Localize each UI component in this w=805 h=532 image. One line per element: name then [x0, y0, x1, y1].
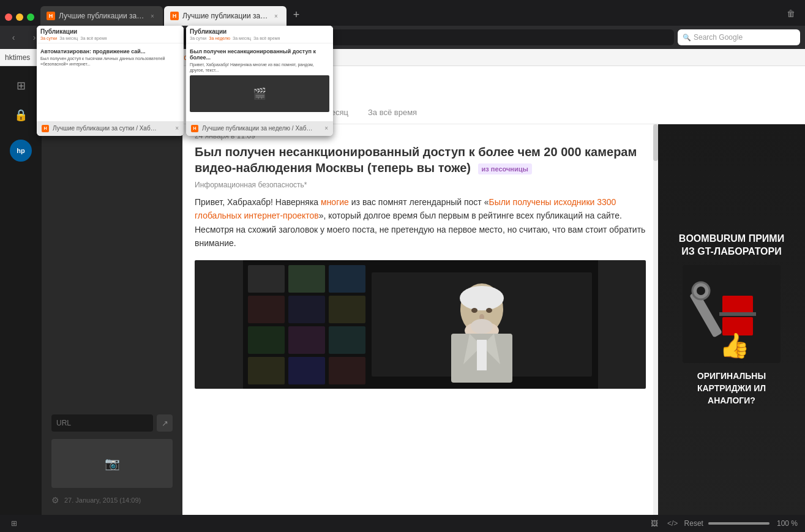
left-sidebar: ⊞ 🔒 hp — [0, 66, 42, 515]
ad-top-text: BOOMBURUM ПРИМИИЗ GT-ЛАБОРАТОРИ — [679, 233, 784, 258]
notes-url-open-btn[interactable]: ↗ — [157, 414, 173, 432]
thumbnail-2[interactable]: Публикации За сутки За неделю За месяц З… — [186, 26, 333, 136]
bottom-code-btn[interactable]: </> — [666, 517, 680, 530]
svg-point-21 — [471, 308, 477, 313]
tab-2[interactable]: H Лучшие публикации за ме × — [164, 6, 286, 26]
camera-icon: 📷 — [105, 456, 120, 471]
window-controls — [5, 13, 34, 26]
svg-rect-9 — [329, 326, 365, 354]
scrollbar-track[interactable] — [653, 124, 658, 515]
article-image-svg — [243, 260, 598, 389]
svg-rect-6 — [329, 296, 365, 323]
svg-text:👍: 👍 — [719, 331, 750, 360]
article-image — [195, 260, 646, 389]
zoom-level: 100 % — [777, 519, 798, 528]
bottom-bar: ⊞ 🖼 </> Reset 100 % — [0, 515, 805, 532]
search-text: Search Google — [694, 33, 743, 42]
svg-rect-1 — [248, 265, 285, 293]
svg-rect-5 — [288, 296, 325, 323]
tab-right-controls: 🗑 — [782, 6, 800, 26]
zoom-slider[interactable] — [708, 522, 769, 525]
tab-1-title: Лучшие публикации за не — [59, 12, 144, 20]
trash-button[interactable]: 🗑 — [782, 6, 800, 21]
thumbnail-2-favicon: H — [191, 125, 198, 132]
bottom-image-btn[interactable]: 🖼 — [648, 517, 661, 530]
article-body: Привет, Хабрахабр! Наверняка многие из в… — [195, 195, 646, 250]
thumbnail-2-footer: H Лучшие публикации за неделю / Хаб… × — [186, 121, 333, 136]
ad-bottom-text: ОРИГИНАЛЬНЫКАРТРИДЖИ ИЛАНАЛОГИ? — [697, 370, 766, 406]
tab-1-favicon: H — [47, 12, 55, 20]
sidebar-hp-btn[interactable]: hp — [7, 137, 34, 164]
search-bar[interactable]: 🔍 Search Google — [678, 29, 800, 45]
svg-rect-3 — [329, 265, 365, 293]
browser-window: H Лучшие публикации за не × H Лучшие пуб… — [0, 0, 805, 532]
new-tab-button[interactable]: + — [288, 6, 305, 23]
svg-rect-20 — [477, 340, 487, 370]
svg-rect-8 — [288, 326, 325, 354]
habr-tab-all[interactable]: За всё время — [358, 103, 427, 124]
thumbnail-2-content: Публикации За сутки За неделю За месяц З… — [186, 26, 333, 121]
scrollbar-thumb[interactable] — [653, 124, 658, 161]
tab-bar: H Лучшие публикации за не × H Лучшие пуб… — [0, 0, 805, 26]
thumbnail-1-close[interactable]: × — [175, 125, 179, 132]
thumbnail-1-footer: H Лучшие публикации за сутки / Хаб… × — [37, 121, 184, 136]
zoom-slider-fill — [708, 522, 769, 525]
thumbnail-1-label: Лучшие публикации за сутки / Хаб… — [53, 125, 157, 132]
svg-rect-10 — [248, 357, 285, 384]
thumbnail-1[interactable]: Публикации За сутки За месяц За всё врем… — [37, 26, 184, 136]
close-button[interactable] — [5, 13, 12, 21]
thumbnail-2-close[interactable]: × — [324, 125, 328, 132]
sidebar-lock-btn[interactable]: 🔒 — [7, 102, 34, 129]
sidebar-bookmarks-btn[interactable]: ⊞ — [7, 72, 34, 99]
svg-point-15 — [460, 286, 504, 310]
tab-1-close[interactable]: × — [148, 12, 157, 20]
article-title: Был получен несанкционированный доступ к… — [195, 144, 646, 176]
tab-2-favicon: H — [170, 12, 179, 20]
reset-button[interactable]: Reset — [684, 519, 703, 528]
notes-settings-btn[interactable]: ⚙ — [51, 495, 59, 505]
svg-rect-4 — [248, 296, 285, 323]
sandbox-badge: из песочницы — [478, 163, 532, 174]
article-link-1[interactable]: многие — [321, 197, 349, 207]
svg-rect-29 — [722, 296, 753, 314]
svg-rect-11 — [288, 357, 325, 384]
svg-point-28 — [697, 287, 705, 295]
minimize-button[interactable] — [16, 13, 23, 21]
bottom-left-buttons: ⊞ — [7, 517, 21, 530]
notes-date: 27. January, 2015 (14:09) — [64, 496, 141, 504]
notes-image-placeholder: 📷 — [51, 439, 173, 488]
maximize-button[interactable] — [27, 13, 34, 21]
article-category: Информационная безопасность* — [195, 181, 646, 189]
search-icon: 🔍 — [683, 34, 691, 42]
svg-rect-2 — [288, 265, 325, 293]
tab-thumbnails: Публикации За сутки За месяц За всё врем… — [37, 26, 333, 136]
right-ad-sidebar: BOOMBURUM ПРИМИИЗ GT-ЛАБОРАТОРИ — [658, 124, 805, 515]
notes-url-row: ↗ — [51, 414, 173, 432]
thumbnail-1-favicon: H — [42, 125, 49, 132]
habr-main: 24 января в 11:09 Был получен несанкцион… — [182, 124, 805, 515]
svg-rect-12 — [329, 357, 365, 384]
bottom-view-btn[interactable]: ⊞ — [7, 517, 21, 530]
tab-1[interactable]: H Лучшие публикации за не × — [40, 6, 163, 26]
thumbnail-2-label: Лучшие публикации за неделю / Хаб… — [202, 125, 312, 132]
svg-rect-7 — [248, 326, 285, 354]
habr-articles: 24 января в 11:09 Был получен несанкцион… — [182, 124, 658, 389]
notes-footer: ⚙ 27. January, 2015 (14:09) — [51, 495, 173, 505]
tab-2-close[interactable]: × — [272, 12, 280, 20]
svg-point-24 — [471, 319, 493, 334]
notes-url-input[interactable] — [51, 414, 153, 432]
back-button[interactable]: ‹ — [5, 29, 22, 46]
thumbnail-1-content: Публикации За сутки За месяц За всё врем… — [37, 26, 184, 121]
article-link-2[interactable]: Были получены исходники 3300 глобальных … — [195, 197, 616, 220]
svg-point-22 — [486, 308, 492, 313]
tab-2-title: Лучшие публикации за ме — [182, 12, 268, 20]
ad-graphic: 👍 — [683, 265, 781, 363]
ad-content: BOOMBURUM ПРИМИИЗ GT-ЛАБОРАТОРИ — [658, 124, 805, 515]
bookmark-hktimes[interactable]: hktimes — [5, 53, 30, 62]
svg-rect-31 — [719, 312, 756, 316]
